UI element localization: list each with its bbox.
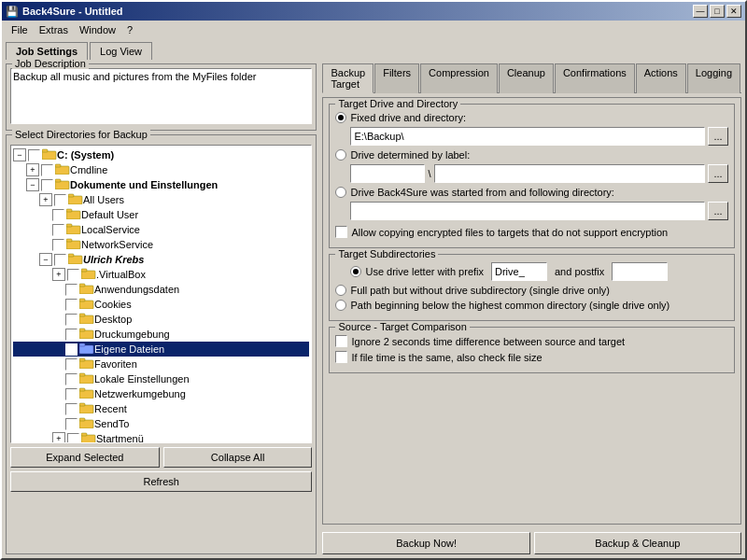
expand-ulrich-krebs[interactable]: − [39, 253, 52, 266]
tree-item-dokumente[interactable]: − Dokumente und Einstellungen [13, 177, 309, 192]
tab-job-settings[interactable]: Job Settings [6, 42, 88, 60]
checkbox-lokale-einstellungen[interactable] [65, 373, 78, 385]
menu-extras[interactable]: Extras [34, 22, 74, 37]
backup-now-button[interactable]: Backup Now! [322, 532, 529, 554]
drive-suffix-input[interactable] [434, 164, 705, 183]
tree-item-cookies[interactable]: Cookies [13, 297, 309, 312]
expand-startmenu[interactable]: + [52, 432, 65, 443]
tree-item-lokale-einstellungen[interactable]: Lokale Einstellungen [13, 371, 309, 386]
tree-item-druckumgebung[interactable]: Druckumgebung [13, 327, 309, 342]
checkbox-cmdline[interactable] [41, 164, 53, 176]
fixed-drive-browse-button[interactable]: ... [708, 127, 728, 146]
expand-dokumente[interactable]: − [26, 178, 39, 191]
encrypt-checkbox[interactable] [335, 226, 347, 238]
maximize-button[interactable]: □ [710, 5, 725, 18]
drive-started-browse-button[interactable]: ... [708, 202, 728, 220]
title-text: Back4Sure - Untitled [22, 6, 123, 17]
path-beginning-radio[interactable] [335, 300, 346, 311]
tab-actions[interactable]: Actions [636, 63, 686, 93]
folder-icon-netzwerkumgebung [79, 387, 94, 400]
svg-rect-30 [79, 375, 93, 384]
checkbox-startmenu[interactable] [67, 433, 79, 444]
drive-postfix-input[interactable] [612, 262, 668, 281]
tree-item-anwendungsdaten[interactable]: Anwendungsdaten [13, 282, 309, 297]
tab-logging[interactable]: Logging [687, 63, 740, 93]
drive-label-browse-button[interactable]: ... [708, 164, 728, 183]
checkbox-network-service[interactable] [52, 239, 64, 251]
tree-item-netzwerkumgebung[interactable]: Netzwerkumgebung [13, 386, 309, 401]
use-drive-letter-radio[interactable] [350, 266, 361, 277]
tree-item-desktop[interactable]: Desktop [13, 312, 309, 327]
tab-compression[interactable]: Compression [420, 63, 498, 93]
svg-rect-23 [79, 314, 85, 316]
checkbox-all-users[interactable] [54, 194, 66, 206]
tab-backup-target[interactable]: Backup Target [322, 63, 374, 93]
job-description-input[interactable]: Backup all music and pictures from the M… [10, 68, 312, 124]
expand-cmdline[interactable]: + [26, 163, 39, 176]
drive-by-label-radio[interactable] [335, 149, 346, 161]
expand-c-system[interactable]: − [13, 148, 26, 161]
menu-file[interactable]: File [6, 22, 34, 37]
tree-item-virtualbox[interactable]: + .VirtualBox [13, 267, 309, 282]
full-path-radio[interactable] [335, 285, 346, 296]
tab-log-view[interactable]: Log View [90, 42, 152, 60]
tree-item-eigene-dateien[interactable]: ✓ Eigene Dateien [13, 342, 309, 357]
tree-item-local-service[interactable]: LocalService [13, 222, 309, 237]
tab-confirmations[interactable]: Confirmations [555, 63, 635, 93]
checkbox-anwendungsdaten[interactable] [65, 284, 78, 296]
expand-all-users[interactable]: + [39, 193, 52, 206]
checkbox-default-user[interactable] [52, 209, 64, 221]
checkbox-favoriten[interactable] [65, 358, 78, 371]
minimize-button[interactable]: — [693, 5, 708, 18]
checkbox-eigene-dateien[interactable]: ✓ [65, 343, 78, 356]
backup-cleanup-button[interactable]: Backup & Cleanup [534, 532, 741, 554]
fixed-drive-radio[interactable] [335, 112, 346, 123]
tab-filters[interactable]: Filters [374, 63, 419, 93]
drive-label-input[interactable] [350, 164, 425, 183]
svg-rect-27 [79, 343, 85, 346]
tree-item-all-users[interactable]: + All Users [13, 192, 309, 207]
collapse-all-button[interactable]: Collapse All [163, 447, 313, 468]
tree-item-sendto[interactable]: SendTo [13, 416, 309, 431]
refresh-button[interactable]: Refresh [10, 471, 312, 492]
check-filesize-checkbox[interactable] [335, 351, 347, 363]
checkbox-sendto[interactable] [65, 418, 78, 430]
menu-window[interactable]: Window [74, 22, 121, 37]
checkbox-local-service[interactable] [52, 224, 64, 236]
checkbox-desktop[interactable] [65, 314, 78, 326]
svg-rect-5 [55, 179, 61, 182]
checkbox-dokumente[interactable] [41, 179, 53, 191]
ignore-2sec-checkbox[interactable] [335, 335, 347, 347]
drive-started-radio[interactable] [335, 187, 346, 198]
checkbox-c-system[interactable] [28, 149, 40, 161]
close-button[interactable]: ✕ [726, 5, 741, 18]
fixed-drive-input[interactable] [350, 127, 705, 146]
tree-item-cmdline[interactable]: + Cmdline [13, 162, 309, 177]
tree-item-startmenu[interactable]: + Startmenü [13, 431, 309, 443]
tree-item-recent[interactable]: Recent [13, 401, 309, 416]
target-subdirs-title: Target Subdirectories [335, 248, 438, 259]
checkbox-netzwerkumgebung[interactable] [65, 388, 78, 400]
checkbox-druckumgebung[interactable] [65, 329, 78, 341]
main-content: Job Description Backup all music and pic… [2, 60, 745, 558]
drive-by-label-row: Drive determined by label: [335, 149, 728, 161]
svg-rect-32 [79, 390, 93, 399]
tree-item-default-user[interactable]: Default User [13, 207, 309, 222]
tree-item-favoriten[interactable]: Favoriten [13, 357, 309, 371]
tree-item-ulrich-krebs[interactable]: − Ulrich Krebs [13, 252, 309, 267]
directory-tree[interactable]: − C: (System) + Cmdlin [10, 145, 312, 443]
drive-started-input[interactable] [350, 202, 705, 220]
tree-item-c-system[interactable]: − C: (System) [13, 147, 309, 162]
drive-prefix-input[interactable] [491, 262, 547, 281]
tree-item-network-service[interactable]: NetworkService [13, 237, 309, 252]
checkbox-virtualbox[interactable] [67, 269, 79, 281]
checkbox-cookies[interactable] [65, 299, 78, 311]
folder-icon-cookies [79, 298, 94, 311]
checkbox-ulrich-krebs[interactable] [54, 254, 66, 266]
checkbox-recent[interactable] [65, 403, 78, 415]
folder-icon-c-system [42, 148, 57, 161]
tab-cleanup[interactable]: Cleanup [499, 63, 554, 93]
expand-selected-button[interactable]: Expand Selected [10, 447, 160, 468]
expand-virtualbox[interactable]: + [52, 268, 65, 281]
menu-help[interactable]: ? [121, 22, 138, 37]
